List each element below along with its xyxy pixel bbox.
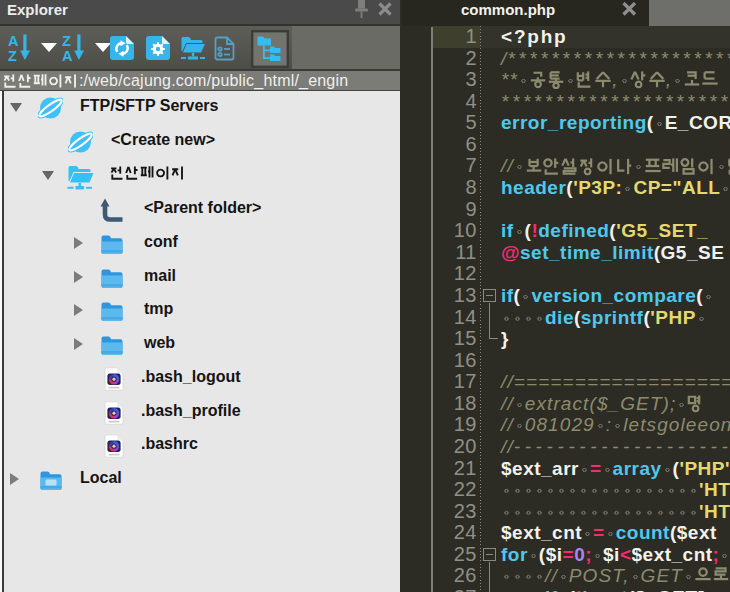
svg-text:A: A [62,48,73,63]
svg-text:Z: Z [8,48,17,63]
svg-text:Z: Z [62,33,71,49]
svg-text:A: A [8,33,19,49]
